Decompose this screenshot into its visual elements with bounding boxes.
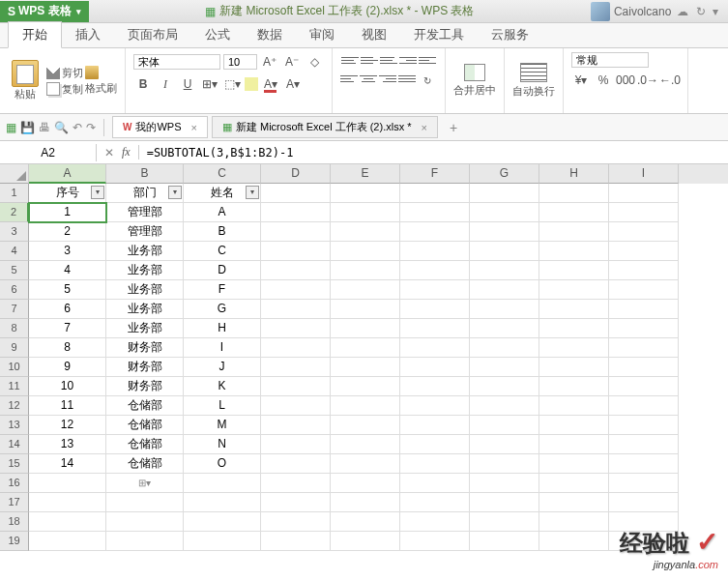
cell[interactable]: [609, 280, 679, 300]
cell[interactable]: K: [184, 377, 261, 396]
indent-increase-button[interactable]: [419, 52, 436, 68]
cell[interactable]: [261, 261, 331, 280]
percent-button[interactable]: %: [594, 71, 613, 90]
font-name-select[interactable]: [133, 54, 220, 70]
cell[interactable]: 12: [29, 416, 106, 435]
cell[interactable]: [400, 454, 470, 474]
formula-input[interactable]: =SUBTOTAL(3,B$1:B2)-1: [139, 144, 728, 161]
border-button[interactable]: ⊞▾: [200, 74, 219, 94]
cell[interactable]: 业务部: [106, 280, 184, 300]
cell[interactable]: [400, 474, 470, 493]
align-center-button[interactable]: [360, 71, 377, 86]
row-header[interactable]: 13: [0, 416, 29, 435]
cell[interactable]: 14: [29, 454, 106, 474]
cell[interactable]: [331, 396, 400, 416]
cell[interactable]: [29, 512, 106, 532]
chevron-down-icon[interactable]: ▾: [713, 5, 718, 18]
tab-insert[interactable]: 插入: [62, 22, 114, 47]
col-header-D[interactable]: D: [261, 164, 331, 184]
cell[interactable]: [609, 319, 679, 338]
col-header-C[interactable]: C: [184, 164, 261, 184]
cell[interactable]: [261, 184, 331, 203]
cell[interactable]: [400, 222, 470, 242]
clear-format-button[interactable]: ◇: [305, 52, 324, 72]
new-doc-icon[interactable]: ▦: [6, 121, 16, 134]
cell[interactable]: ⊞▾: [106, 474, 184, 493]
refresh-icon[interactable]: ↻: [696, 5, 706, 18]
cell[interactable]: [29, 493, 106, 512]
cell[interactable]: [609, 493, 679, 512]
cell[interactable]: [470, 184, 539, 203]
cell[interactable]: B: [184, 222, 261, 242]
underline-button[interactable]: U: [178, 74, 197, 94]
tab-start[interactable]: 开始: [8, 21, 62, 48]
cell[interactable]: [400, 532, 470, 551]
cell[interactable]: 仓储部: [106, 396, 184, 416]
fx-button[interactable]: fx: [122, 145, 131, 160]
user-name[interactable]: Caivolcano: [614, 5, 671, 18]
cell[interactable]: [261, 532, 331, 551]
cell[interactable]: [470, 532, 539, 551]
cell[interactable]: [400, 435, 470, 454]
cell[interactable]: G: [184, 300, 261, 319]
align-bottom-button[interactable]: [380, 52, 397, 68]
cell[interactable]: [261, 222, 331, 242]
cell[interactable]: [539, 319, 609, 338]
cell[interactable]: 5: [29, 280, 106, 300]
cell[interactable]: [261, 300, 331, 319]
cell[interactable]: [539, 242, 609, 261]
cell[interactable]: [609, 474, 679, 493]
justify-button[interactable]: [398, 71, 416, 86]
cell[interactable]: 6: [29, 300, 106, 319]
cell[interactable]: 11: [29, 396, 106, 416]
cell[interactable]: [261, 338, 331, 358]
col-header-E[interactable]: E: [331, 164, 400, 184]
cell[interactable]: [400, 338, 470, 358]
row-header[interactable]: 18: [0, 512, 29, 532]
cell[interactable]: [261, 493, 331, 512]
row-header[interactable]: 17: [0, 493, 29, 512]
cell[interactable]: [470, 358, 539, 377]
cell[interactable]: 1: [29, 203, 106, 222]
cell[interactable]: [331, 532, 400, 551]
cell[interactable]: [400, 242, 470, 261]
currency-button[interactable]: ¥▾: [571, 71, 591, 90]
cell[interactable]: [609, 261, 679, 280]
wrap-group[interactable]: 自动换行: [505, 48, 564, 113]
cell[interactable]: [470, 222, 539, 242]
decrease-font-button[interactable]: A⁻: [282, 52, 302, 72]
cell[interactable]: [331, 300, 400, 319]
cell[interactable]: 8: [29, 338, 106, 358]
phonetic-button[interactable]: A▾: [283, 74, 303, 94]
font-color-button[interactable]: A▾: [261, 74, 280, 94]
cell[interactable]: [184, 512, 261, 532]
cell[interactable]: [184, 532, 261, 551]
cell[interactable]: [539, 377, 609, 396]
cell[interactable]: [400, 280, 470, 300]
cell[interactable]: 业务部: [106, 261, 184, 280]
cell[interactable]: [331, 280, 400, 300]
cell[interactable]: [470, 416, 539, 435]
cell[interactable]: 13: [29, 435, 106, 454]
cell[interactable]: [331, 184, 400, 203]
col-header-F[interactable]: F: [400, 164, 470, 184]
cell[interactable]: [539, 280, 609, 300]
cell[interactable]: [470, 261, 539, 280]
cell[interactable]: [331, 435, 400, 454]
cell[interactable]: [539, 474, 609, 493]
wps-home-tab[interactable]: W 我的WPS ×: [112, 116, 208, 138]
cell[interactable]: 管理部: [106, 222, 184, 242]
cell[interactable]: 部门▾: [106, 184, 184, 203]
tab-review[interactable]: 审阅: [296, 22, 348, 47]
cell[interactable]: [609, 203, 679, 222]
cell[interactable]: [184, 474, 261, 493]
number-format-select[interactable]: [571, 52, 649, 68]
cell[interactable]: [539, 261, 609, 280]
tab-layout[interactable]: 页面布局: [114, 22, 191, 47]
cell[interactable]: 7: [29, 319, 106, 338]
preview-icon[interactable]: 🔍: [54, 121, 69, 134]
cell[interactable]: [400, 512, 470, 532]
cell[interactable]: [261, 512, 331, 532]
cell[interactable]: 姓名▾: [184, 184, 261, 203]
cell[interactable]: [539, 184, 609, 203]
